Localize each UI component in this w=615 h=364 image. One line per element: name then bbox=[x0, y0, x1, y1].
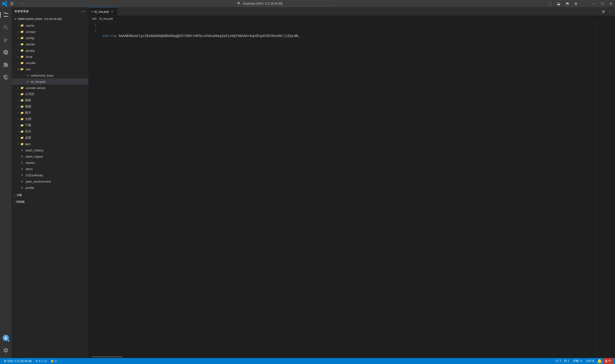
toggle-sidebar-icon[interactable]: ⬚ bbox=[548, 1, 552, 6]
activity-source-control[interactable] bbox=[0, 34, 12, 46]
tree-item-cache[interactable]: › 📁 .cache bbox=[12, 22, 88, 28]
folder-arrow-icon: › bbox=[16, 105, 20, 108]
scrollbar-thumb[interactable] bbox=[91, 356, 123, 358]
tree-item-videos[interactable]: › 📁 视频 bbox=[12, 104, 88, 110]
folder-icon: 📁 bbox=[20, 30, 24, 34]
tree-item-config[interactable]: › 📁 .config bbox=[12, 35, 88, 41]
item-label: authorized_keys bbox=[31, 74, 54, 77]
title-bar-center: 🔍 simpleedu [SSH: 172.28.45.89] bbox=[24, 1, 548, 6]
tree-item-documents[interactable]: › 📁 文档 bbox=[12, 116, 88, 122]
tree-item-authorized-keys[interactable]: › ≡ authorized_keys bbox=[12, 72, 88, 78]
toggle-panel-icon[interactable]: ⬓ bbox=[556, 1, 561, 6]
customize-layout-icon[interactable]: ⊞ bbox=[574, 1, 578, 6]
item-label: .dotnet bbox=[25, 42, 35, 46]
tree-item-id-rsa-pub[interactable]: › ≡ id_rsa.pub bbox=[12, 78, 88, 85]
status-encoding[interactable]: UTF-8 bbox=[584, 358, 596, 364]
close-button[interactable]: ✕ bbox=[609, 1, 613, 6]
tab-id-rsa-pub[interactable]: ≡ id_rsa.pub ✕ bbox=[88, 7, 117, 16]
file-bash-icon: $ bbox=[20, 186, 24, 190]
timeline-section[interactable]: › 时间线 bbox=[12, 198, 88, 205]
tree-item-templates[interactable]: › 📁 模板 bbox=[12, 97, 88, 104]
folder-arrow-icon: › bbox=[16, 136, 20, 140]
activity-remote-explorer[interactable] bbox=[0, 72, 12, 83]
minimize-button[interactable]: ─ bbox=[591, 1, 596, 6]
tab-close-button[interactable]: ✕ bbox=[110, 10, 114, 13]
tree-item-mozilla[interactable]: › 📁 .mozilla bbox=[12, 60, 88, 66]
tree-root-label: SIMPLEEDU [SSH: 172.28.45.89] bbox=[18, 17, 62, 20]
status-ssh-section[interactable]: ⊞ SSH: 172.28.45.89 bbox=[2, 358, 33, 364]
tree-item-lab1[interactable]: › 📁 lab1 bbox=[12, 141, 88, 147]
toggle-editor-icon[interactable]: ⬒ bbox=[565, 1, 569, 6]
tree-item-compiz[interactable]: › 📁 .compiz bbox=[12, 28, 88, 35]
item-label: 桌面 bbox=[25, 136, 31, 140]
outline-section[interactable]: › 大纲 bbox=[12, 192, 88, 198]
title-bar: ☰ ‹ › 🔍 simpleedu [SSH: 172.28.45.89] ⬚ … bbox=[0, 0, 615, 7]
status-spaces[interactable]: 空格: 4 bbox=[571, 358, 584, 364]
horizontal-scrollbar[interactable] bbox=[88, 356, 615, 358]
tree-item-local[interactable]: › 📁 .local bbox=[12, 53, 88, 60]
status-row-col[interactable]: 行 2，列 1 bbox=[554, 358, 571, 364]
item-label: .bash_logout bbox=[25, 155, 43, 158]
status-input-method[interactable]: S 中 bbox=[603, 358, 613, 364]
item-label: 视频 bbox=[25, 104, 31, 109]
tree-item-vscode-server[interactable]: › 📁 .vscode-server bbox=[12, 85, 88, 91]
command-search-box[interactable]: 🔍 simpleedu [SSH: 172.28.45.89] bbox=[235, 1, 336, 6]
hamburger-menu-icon[interactable]: ☰ bbox=[10, 1, 14, 6]
activity-settings[interactable] bbox=[0, 345, 12, 356]
breadcrumb-ssh[interactable]: .ssh bbox=[91, 17, 96, 20]
folder-icon: 📁 bbox=[20, 142, 24, 146]
tree-item-iceauthority[interactable]: › ≡ .ICEauthority bbox=[12, 172, 88, 178]
tree-root[interactable]: ▼ SIMPLEEDU [SSH: 172.28.45.89] bbox=[12, 16, 88, 22]
sidebar-header: 资源管理器 ··· bbox=[12, 7, 88, 16]
item-label: lab1 bbox=[25, 142, 31, 146]
tree-item-bash-history[interactable]: › ≡ .bash_history bbox=[12, 147, 88, 153]
sidebar-more-button[interactable]: ··· bbox=[82, 9, 85, 14]
item-label: 图片 bbox=[25, 111, 31, 115]
keyword-ssh-rsa: ssh-rsa bbox=[102, 33, 117, 39]
folder-icon: 📁 bbox=[20, 123, 24, 127]
item-label: .local bbox=[25, 55, 32, 59]
tree-item-dmrc[interactable]: › ≡ .dmrc bbox=[12, 166, 88, 172]
tree-item-music[interactable]: › 📁 音乐 bbox=[12, 128, 88, 135]
activity-run-debug[interactable] bbox=[0, 47, 12, 58]
activity-explorer[interactable] bbox=[0, 9, 12, 21]
error-count: 0 bbox=[39, 359, 40, 363]
account-badge: 1 bbox=[8, 340, 10, 342]
folder-arrow-icon: › bbox=[16, 92, 20, 96]
ssh-icon: ⊞ bbox=[4, 359, 6, 363]
spaces-label: 空格: 4 bbox=[573, 359, 582, 363]
code-editor[interactable]: ssh-rsa AAAAB3NzaC1yc2EAAAADAQABAAAbgQCk… bbox=[100, 22, 596, 356]
tree-item-pam-environment[interactable]: › ≡ .pam_environment bbox=[12, 178, 88, 184]
tree-item-bash-logout[interactable]: › $ .bash_logout bbox=[12, 153, 88, 160]
more-tabs-button[interactable]: ··· bbox=[607, 9, 613, 14]
breadcrumb: .ssh › id_rsa.pub bbox=[88, 16, 615, 22]
folder-icon: 📁 bbox=[20, 136, 24, 140]
activity-search[interactable] bbox=[0, 22, 12, 33]
breadcrumb-filename[interactable]: id_rsa.pub bbox=[99, 17, 113, 20]
item-label: .vscode-server bbox=[25, 86, 45, 90]
tree-item-gnupg[interactable]: › 📁 .gnupg bbox=[12, 47, 88, 53]
item-label: 公共的 bbox=[25, 92, 34, 96]
bell-icon: 🔔 bbox=[597, 359, 602, 364]
folder-icon: 📁 bbox=[20, 86, 24, 90]
activity-extensions[interactable] bbox=[0, 59, 12, 71]
tree-item-desktop[interactable]: › 📁 桌面 bbox=[12, 135, 88, 141]
status-notifications[interactable]: 🔔 bbox=[596, 358, 603, 364]
tree-item-bashrc[interactable]: › $ .bashrc bbox=[12, 160, 88, 166]
restore-button[interactable]: ☐ bbox=[600, 1, 604, 6]
split-editor-button[interactable]: ⊞ bbox=[601, 9, 606, 14]
tree-item-dotnet[interactable]: › 📁 .dotnet bbox=[12, 41, 88, 47]
account-button[interactable]: 1 bbox=[0, 332, 12, 344]
tree-item-profile[interactable]: › $ .profile bbox=[12, 184, 88, 191]
item-label: .bash_history bbox=[25, 149, 43, 152]
folder-icon: 📁 bbox=[20, 98, 24, 102]
warning-icon: ⚠ bbox=[41, 359, 44, 363]
tree-item-pictures[interactable]: › 📁 图片 bbox=[12, 110, 88, 116]
tree-item-downloads[interactable]: › 📁 下载 bbox=[12, 122, 88, 128]
input-method-text: 中 bbox=[608, 359, 611, 363]
tree-item-public[interactable]: › 📁 公共的 bbox=[12, 91, 88, 97]
back-arrow-icon[interactable]: ‹ bbox=[18, 1, 19, 6]
tree-item-ssh[interactable]: ▾ 📂 .ssh bbox=[12, 66, 88, 72]
status-errors-section[interactable]: ✕ 0 ⚠ 0 bbox=[33, 358, 48, 364]
status-info-section[interactable]: 🔔 0 bbox=[49, 358, 59, 364]
